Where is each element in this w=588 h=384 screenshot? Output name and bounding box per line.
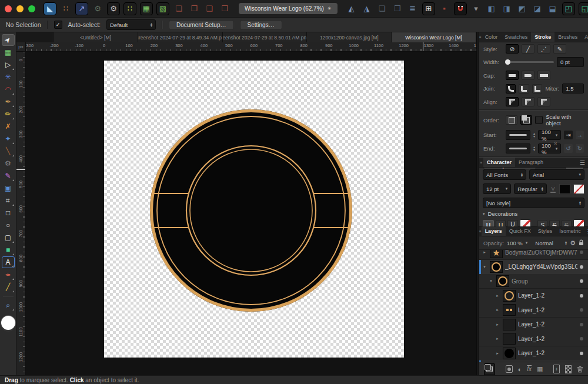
layer-expand-chevron[interactable]: ▾ bbox=[488, 279, 494, 283]
boolean-intersect-icon[interactable]: ◩ bbox=[516, 3, 528, 15]
insert-inside-icon[interactable]: ◱ bbox=[579, 2, 588, 15]
zoom-button[interactable] bbox=[28, 5, 35, 12]
rectangle-tool[interactable]: □ bbox=[2, 207, 15, 219]
layer-effects-icon[interactable]: fx bbox=[527, 366, 532, 372]
minimize-button[interactable] bbox=[16, 5, 24, 12]
cap-round-button[interactable] bbox=[522, 71, 534, 80]
layer-name[interactable]: Layer_1-2 bbox=[518, 350, 577, 356]
start-arrow-align-button[interactable]: ⇥ bbox=[564, 131, 572, 139]
layer-expand-chevron[interactable]: ▸ bbox=[495, 308, 500, 312]
artboard-tool[interactable]: ▦ bbox=[2, 46, 15, 58]
font-size-select[interactable]: 12 pt▾ bbox=[483, 183, 511, 194]
pen-tool[interactable]: ✒ bbox=[2, 96, 15, 108]
layer-settings-gear-icon[interactable]: ⚙ bbox=[570, 239, 576, 247]
layer-thumbnail[interactable] bbox=[503, 304, 516, 316]
layer-row[interactable]: ▾Group bbox=[479, 274, 588, 289]
text-tool[interactable]: A bbox=[2, 256, 15, 268]
font-collection-select[interactable]: All Fonts ▴▾ bbox=[483, 169, 526, 180]
stepper-icon[interactable]: ▴▾ bbox=[533, 132, 535, 138]
blend-mode-value[interactable]: Normal bbox=[535, 240, 553, 246]
layer-thumbnail[interactable] bbox=[503, 290, 516, 302]
layer-row[interactable]: ▸Layer_1-2 bbox=[479, 318, 588, 332]
layer-visibility-dot[interactable] bbox=[580, 294, 583, 298]
color-dots-icon[interactable]: ∷ bbox=[60, 3, 72, 15]
layer-thumbnail[interactable] bbox=[503, 348, 516, 359]
boolean-divide-icon[interactable]: ◪ bbox=[532, 3, 543, 15]
panel-tab-paragraph[interactable]: Paragraph bbox=[515, 158, 547, 167]
measure-tool[interactable]: ╱ bbox=[2, 281, 15, 293]
insert-target-icon-4[interactable]: ❒ bbox=[219, 3, 230, 15]
start-arrow-button[interactable]: → bbox=[576, 131, 584, 139]
vertical-ruler[interactable]: 0100200300400500600700800900100011001200 bbox=[16, 52, 26, 375]
font-weight-select[interactable]: Regular ▴▾ bbox=[514, 183, 546, 194]
layer-name[interactable]: Group bbox=[512, 278, 577, 285]
flip-vertical-icon[interactable]: ◮ bbox=[361, 3, 373, 15]
link-ends-icon[interactable]: ∞ bbox=[553, 142, 559, 145]
edit-all-layers-button[interactable] bbox=[484, 363, 495, 375]
insert-target-icon-2[interactable]: ❐ bbox=[188, 3, 200, 15]
insert-behind-icon[interactable]: ◰ bbox=[562, 2, 575, 15]
layer-visibility-dot[interactable] bbox=[580, 265, 583, 269]
pixel-align-icon[interactable]: ▪ bbox=[439, 3, 450, 15]
crop-tool[interactable]: ⌗ bbox=[2, 195, 15, 206]
cap-square-button[interactable] bbox=[537, 71, 550, 80]
layer-expand-chevron[interactable]: ▸ bbox=[482, 250, 487, 255]
fill-stroke-color-wheel[interactable] bbox=[1, 315, 16, 330]
stroke-style-solid-button[interactable]: ╱ bbox=[522, 44, 534, 54]
blend-options-icon[interactable]: ▦ bbox=[537, 365, 543, 373]
document-setup-button[interactable]: Document Setup… bbox=[169, 20, 234, 30]
order-front-button[interactable] bbox=[520, 115, 532, 125]
document-tab[interactable]: Wisconsin Wear Logo [M] bbox=[392, 32, 476, 42]
join-miter-button[interactable] bbox=[532, 84, 542, 94]
panel-tab-brushes[interactable]: Brushes bbox=[554, 32, 581, 42]
gear-dim-icon[interactable]: ⚙ bbox=[92, 3, 103, 15]
panel-tab-quick-fx[interactable]: Quick FX bbox=[506, 226, 534, 236]
layer-name[interactable]: Layer_1-2 bbox=[518, 292, 577, 299]
slider-knob[interactable] bbox=[505, 59, 510, 65]
gear-icon[interactable]: ⚙ bbox=[107, 2, 120, 15]
affinity-designer-app-icon[interactable]: ◣ bbox=[44, 2, 56, 15]
kerning-icon[interactable]: V bbox=[550, 185, 557, 193]
layer-expand-chevron[interactable]: ▸ bbox=[495, 351, 500, 356]
cap-butt-button[interactable] bbox=[506, 71, 519, 80]
delete-layer-icon[interactable] bbox=[577, 366, 583, 373]
corner-tool[interactable]: ◠ bbox=[2, 84, 15, 95]
layer-expand-chevron[interactable]: ▸ bbox=[495, 336, 500, 341]
layer-name[interactable]: Layer_1-2 bbox=[518, 321, 577, 328]
layer-name[interactable]: Layer_1-2 bbox=[518, 307, 577, 313]
scale-with-object-checkbox[interactable] bbox=[535, 116, 543, 124]
point-transform-tool[interactable]: ✳ bbox=[2, 71, 15, 83]
opacity-chevron[interactable]: ▾ bbox=[526, 241, 528, 245]
order-behind-button[interactable] bbox=[506, 115, 517, 125]
adjustment-layer-icon[interactable]: ◐ bbox=[518, 366, 522, 373]
style-picker-tool[interactable]: ✎ bbox=[2, 170, 15, 182]
mask-layer-icon[interactable] bbox=[506, 365, 513, 373]
horizontal-ruler[interactable]: -300-200-1000100200300400500600700800900… bbox=[26, 42, 476, 52]
text-stroke-swatch[interactable] bbox=[573, 184, 584, 194]
layer-name[interactable]: Layer_1-2 bbox=[518, 336, 577, 342]
join-bevel-button[interactable] bbox=[519, 84, 529, 94]
start-line-style-select[interactable] bbox=[506, 130, 530, 140]
auto-select-checkbox[interactable]: ✓ bbox=[54, 21, 62, 29]
layer-thumbnail[interactable] bbox=[490, 261, 503, 273]
swap-ends-button[interactable]: ↺ bbox=[564, 144, 572, 153]
add-pixel-layer-icon[interactable] bbox=[565, 365, 572, 373]
transform-origin-icon[interactable]: ⊞ bbox=[422, 2, 435, 15]
layer-thumbnail[interactable] bbox=[503, 319, 516, 330]
document-title-pill[interactable]: Wisconsin Wear Logo (62.7%) ✳ bbox=[239, 3, 338, 14]
panel-menu-icon[interactable]: ☰ bbox=[577, 158, 588, 167]
join-round-button[interactable] bbox=[506, 84, 516, 94]
paint-brush-tool[interactable]: ✦ bbox=[2, 133, 15, 145]
add-layer-icon[interactable]: + bbox=[553, 365, 559, 373]
reverse-ends-button[interactable]: ↻ bbox=[576, 144, 584, 153]
stroke-style-dash-button[interactable]: ⋰ bbox=[537, 44, 550, 54]
boolean-subtract-icon[interactable]: ◨ bbox=[501, 3, 513, 15]
document-tab[interactable]: Screenshot 2024-07-29 at 8.49.34 AM.png bbox=[138, 32, 223, 42]
layer-expand-chevron[interactable]: ▾ bbox=[482, 265, 487, 269]
color-picker-tool[interactable]: ✒ bbox=[2, 269, 15, 281]
boolean-add-icon[interactable]: ◧ bbox=[486, 3, 497, 15]
panel-tab-swatches[interactable]: Swatches bbox=[501, 32, 531, 42]
snapping-magnet-icon[interactable] bbox=[454, 2, 467, 15]
panel-tab-character[interactable]: Character bbox=[483, 158, 515, 167]
insert-target-icon-1[interactable]: ❏ bbox=[173, 3, 185, 15]
